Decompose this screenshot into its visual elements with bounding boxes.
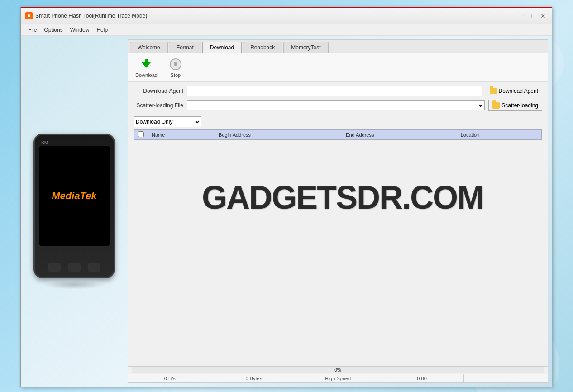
- data-table: Name Begin Address End Address Location: [134, 129, 542, 140]
- col-name: Name: [148, 130, 215, 140]
- phone-home-btn: [48, 263, 61, 272]
- col-begin: Begin Address: [215, 130, 342, 140]
- menu-help[interactable]: Help: [93, 26, 111, 34]
- app-icon: [25, 12, 33, 19]
- scatter-loading-label: Scatter-loading File: [134, 102, 183, 109]
- window-title: Smart Phone Flash Tool(Runtime Trace Mod…: [35, 13, 147, 19]
- menu-bar: File Options Window Help: [21, 24, 552, 36]
- menu-window[interactable]: Window: [67, 26, 93, 34]
- folder-icon-scatter: [492, 102, 500, 109]
- main-window: Smart Phone Flash Tool(Runtime Trace Mod…: [20, 7, 552, 387]
- select-all-checkbox[interactable]: [138, 131, 144, 137]
- mode-select[interactable]: Download Only Firmware Upgrade Custom Do…: [134, 116, 201, 127]
- phone-buttons: [48, 263, 100, 272]
- folder-icon-agent: [490, 88, 497, 94]
- tab-download[interactable]: Download: [202, 42, 242, 53]
- download-label: Download: [135, 72, 158, 78]
- phone-device: BM MediaTek: [33, 134, 115, 278]
- scatter-loading-button[interactable]: Scatter-loading: [488, 100, 542, 111]
- toolbar: Download Stop: [128, 53, 548, 82]
- svg-rect-5: [174, 62, 177, 66]
- status-info-row: 0 B/s 0 Bytes High Speed 0:00: [128, 374, 548, 382]
- stop-icon: [168, 57, 183, 72]
- content-area: BM MediaTek Welcome Format Download: [21, 36, 552, 387]
- title-bar: Smart Phone Flash Tool(Runtime Trace Mod…: [21, 8, 552, 24]
- tab-bar: Welcome Format Download Readback MemoryT…: [128, 40, 548, 53]
- form-section: Download-Agent Download Agent Scatter-lo…: [128, 82, 548, 115]
- download-icon: [139, 57, 153, 72]
- col-check[interactable]: [134, 130, 148, 140]
- phone-shadow: [43, 280, 106, 289]
- download-agent-row: Download-Agent Download Agent: [134, 86, 542, 96]
- scatter-loading-row: Scatter-loading File Scatter-loading: [134, 100, 542, 111]
- tab-format[interactable]: Format: [169, 42, 201, 53]
- tab-readback[interactable]: Readback: [243, 42, 282, 53]
- title-bar-left: Smart Phone Flash Tool(Runtime Trace Mod…: [25, 12, 147, 19]
- phone-menu-btn: [68, 263, 81, 272]
- stop-button[interactable]: Stop: [168, 57, 183, 78]
- menu-options[interactable]: Options: [40, 26, 66, 34]
- col-location: Location: [457, 130, 541, 140]
- mode-row: Download Only Firmware Upgrade Custom Do…: [128, 115, 548, 129]
- download-agent-button[interactable]: Download Agent: [486, 86, 542, 96]
- status-bytes: 0 Bytes: [212, 374, 296, 382]
- stop-label: Stop: [171, 72, 181, 78]
- download-agent-label: Download-Agent: [134, 88, 183, 94]
- status-bar: 0% 0 B/s 0 Bytes High Speed 0:00: [128, 366, 548, 382]
- scatter-loading-btn-label: Scatter-loading: [501, 102, 538, 109]
- close-button[interactable]: ✕: [539, 12, 547, 20]
- progress-label: 0%: [132, 367, 544, 373]
- download-agent-btn-label: Download Agent: [499, 88, 538, 94]
- main-panel: Welcome Format Download Readback MemoryT…: [128, 39, 548, 383]
- status-time: 0:00: [380, 374, 464, 382]
- title-buttons: − □ ✕: [519, 12, 547, 20]
- maximize-button[interactable]: □: [529, 12, 537, 20]
- status-extra: [464, 374, 548, 382]
- tab-memorytest[interactable]: MemoryTest: [283, 42, 328, 53]
- download-button[interactable]: Download: [135, 57, 158, 78]
- table-section: Name Begin Address End Address Location: [128, 129, 548, 366]
- phone-logo: MediaTek: [52, 190, 96, 202]
- progress-bar: 0%: [132, 367, 544, 373]
- scatter-loading-select[interactable]: [187, 100, 485, 110]
- phone-brand-label: BM: [41, 140, 48, 145]
- minimize-button[interactable]: −: [519, 12, 527, 20]
- menu-file[interactable]: File: [24, 26, 40, 34]
- status-connection: High Speed: [296, 374, 380, 382]
- status-speed: 0 B/s: [128, 374, 212, 382]
- col-end: End Address: [342, 130, 457, 140]
- phone-panel: BM MediaTek: [24, 39, 124, 383]
- download-agent-input[interactable]: [187, 86, 482, 96]
- svg-rect-3: [145, 59, 148, 63]
- svg-point-1: [28, 14, 30, 17]
- tab-welcome[interactable]: Welcome: [130, 42, 168, 53]
- phone-back-btn: [88, 263, 100, 272]
- phone-screen: MediaTek: [39, 146, 110, 246]
- table-wrapper[interactable]: Name Begin Address End Address Location: [134, 129, 542, 366]
